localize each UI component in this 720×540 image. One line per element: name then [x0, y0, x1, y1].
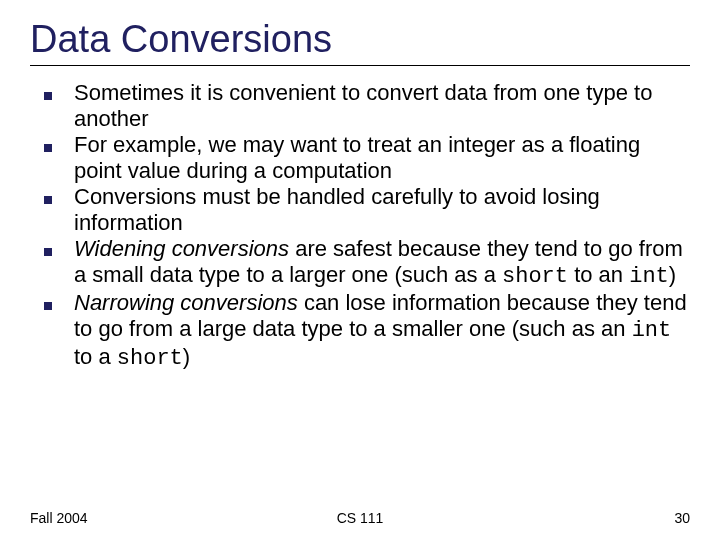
emphasis-text: Narrowing conversions [74, 290, 298, 315]
list-item: Narrowing conversions can lose informati… [30, 290, 690, 372]
square-bullet-icon [44, 248, 52, 256]
list-item-text: Narrowing conversions can lose informati… [74, 290, 690, 372]
square-bullet-icon [44, 302, 52, 310]
slide: Data Conversions Sometimes it is conveni… [0, 0, 720, 540]
text-run: Sometimes it is convenient to convert da… [74, 80, 652, 131]
list-item-text: Conversions must be handled carefully to… [74, 184, 690, 236]
footer-right: 30 [674, 510, 690, 526]
text-run: to a [74, 344, 117, 369]
code-text: int [632, 318, 672, 343]
code-text: int [629, 264, 669, 289]
footer-left: Fall 2004 [30, 510, 88, 526]
text-run: Conversions must be handled carefully to… [74, 184, 600, 235]
slide-title: Data Conversions [30, 18, 690, 61]
code-text: short [117, 346, 183, 371]
list-item: Conversions must be handled carefully to… [30, 184, 690, 236]
code-text: short [502, 264, 568, 289]
text-run: ) [669, 262, 676, 287]
text-run: to an [568, 262, 629, 287]
list-item: For example, we may want to treat an int… [30, 132, 690, 184]
list-item-text: Sometimes it is convenient to convert da… [74, 80, 690, 132]
list-item: Sometimes it is convenient to convert da… [30, 80, 690, 132]
footer-center: CS 111 [337, 510, 384, 526]
emphasis-text: Widening conversions [74, 236, 289, 261]
list-item-text: Widening conversions are safest because … [74, 236, 690, 290]
title-rule [30, 65, 690, 66]
list-item: Widening conversions are safest because … [30, 236, 690, 290]
bullet-list: Sometimes it is convenient to convert da… [30, 80, 690, 371]
text-run: For example, we may want to treat an int… [74, 132, 640, 183]
text-run: ) [183, 344, 190, 369]
list-item-text: For example, we may want to treat an int… [74, 132, 690, 184]
square-bullet-icon [44, 144, 52, 152]
square-bullet-icon [44, 196, 52, 204]
footer: Fall 2004 CS 111 30 [30, 510, 690, 526]
square-bullet-icon [44, 92, 52, 100]
